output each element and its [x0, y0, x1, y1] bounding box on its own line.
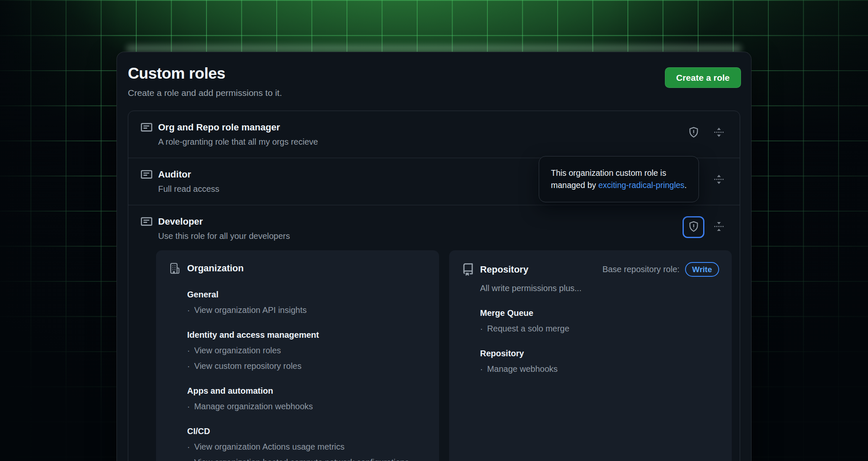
- role-description: Use this role for all your developers: [158, 231, 290, 241]
- shield-alert-icon: [688, 126, 700, 140]
- role-row-main: Org and Repo role manager A role-grantin…: [141, 122, 727, 147]
- permission-section-heading: Identity and access management: [187, 330, 426, 340]
- shield-alert-icon: [688, 220, 700, 234]
- drag-handle[interactable]: [708, 169, 730, 191]
- organization-permissions-card: Organization General View organization A…: [156, 250, 439, 461]
- permission-section: CI/CD View organization Actions usage me…: [187, 426, 426, 461]
- base-role-write-pill[interactable]: Write: [685, 262, 719, 277]
- repository-card-header: Repository Base repository role: Write: [462, 262, 720, 277]
- managed-role-shield-button[interactable]: [683, 122, 704, 144]
- permission-item: View organization Actions usage metrics: [187, 442, 426, 452]
- permission-item: View organization API insights: [187, 305, 426, 315]
- drag-handle-icon: [713, 221, 725, 233]
- organization-icon: [169, 262, 181, 275]
- role-name: Org and Repo role manager: [158, 122, 318, 133]
- repository-permissions-card: Repository Base repository role: Write A…: [449, 250, 732, 461]
- managing-org-link[interactable]: exciting-radical-pringles: [598, 180, 685, 190]
- drag-handle-icon: [713, 127, 725, 139]
- managed-role-tooltip: This organization custom role is managed…: [539, 156, 699, 202]
- organization-sections: General View organization API insights I…: [187, 289, 426, 461]
- organization-card-header: Organization: [169, 262, 426, 275]
- permission-item: View custom repository roles: [187, 361, 426, 371]
- base-repository-role: Base repository role: Write: [602, 262, 719, 277]
- drag-handle-active[interactable]: [708, 216, 730, 238]
- custom-roles-panel: Custom roles Create a role and add permi…: [116, 52, 752, 461]
- repository-sections: Merge Queue Request a solo merge Reposit…: [480, 308, 720, 374]
- drag-handle[interactable]: [708, 122, 730, 144]
- permission-section-heading: CI/CD: [187, 426, 426, 436]
- create-role-button[interactable]: Create a role: [665, 67, 741, 88]
- repository-card-title: Repository: [480, 264, 529, 276]
- note-icon: [141, 216, 152, 227]
- permission-item: Manage webhooks: [480, 364, 720, 374]
- repo-icon: [462, 263, 474, 276]
- permission-section-heading: Merge Queue: [480, 308, 720, 318]
- permission-section: Identity and access management View orga…: [187, 330, 426, 371]
- repository-card-note: All write permissions plus...: [480, 283, 720, 293]
- role-description: A role-granting role that all my orgs re…: [158, 137, 318, 147]
- drag-handle-icon: [713, 174, 725, 186]
- role-row-developer[interactable]: Developer Use this role for all your dev…: [128, 205, 740, 461]
- permission-section: Apps and automation Manage organization …: [187, 386, 426, 411]
- organization-card-title: Organization: [187, 262, 243, 274]
- developer-role-details: Organization General View organization A…: [156, 250, 732, 461]
- permission-section-heading: Repository: [480, 348, 720, 358]
- page-title: Custom roles: [128, 65, 740, 82]
- permission-section: Merge Queue Request a solo merge: [480, 308, 720, 334]
- permission-section: Repository Manage webhooks: [480, 348, 720, 374]
- permission-item: View organization hosted compute network…: [187, 457, 426, 461]
- role-name: Developer: [158, 216, 290, 227]
- note-icon: [141, 169, 152, 180]
- page-subtitle: Create a role and add permissions to it.: [128, 87, 740, 98]
- tooltip-line-2: managed by exciting-radical-pringles.: [551, 179, 687, 191]
- role-row-main: Developer Use this role for all your dev…: [141, 216, 727, 241]
- permission-section-heading: General: [187, 289, 426, 299]
- panel-header: Custom roles Create a role and add permi…: [117, 52, 751, 98]
- permission-item: Request a solo merge: [480, 323, 720, 334]
- permission-section-heading: Apps and automation: [187, 386, 426, 396]
- tooltip-line-2-prefix: managed by: [551, 180, 598, 190]
- role-description: Full read access: [158, 184, 220, 194]
- role-row-org-and-repo-role-manager[interactable]: Org and Repo role manager A role-grantin…: [128, 111, 740, 158]
- managed-role-shield-button-focused[interactable]: [683, 216, 704, 238]
- permission-item: Manage organization webhooks: [187, 401, 426, 411]
- tooltip-line-2-suffix: .: [685, 180, 687, 190]
- permission-section: General View organization API insights: [187, 289, 426, 315]
- tooltip-line-1: This organization custom role is: [551, 167, 687, 179]
- note-icon: [141, 122, 152, 133]
- panel-top-glow: [126, 45, 742, 52]
- base-repository-role-label: Base repository role:: [602, 265, 679, 274]
- permission-item: View organization roles: [187, 345, 426, 355]
- role-name: Auditor: [158, 169, 220, 180]
